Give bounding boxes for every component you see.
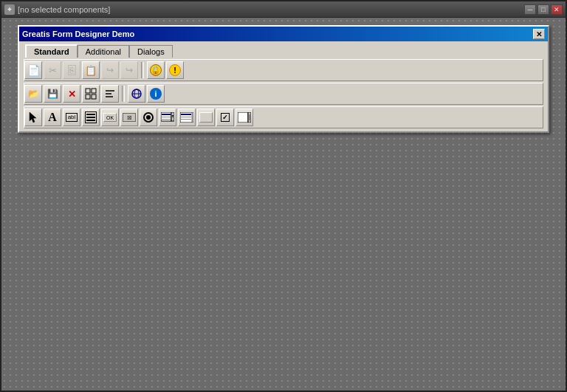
- svg-rect-3: [92, 94, 96, 99]
- close-window-button[interactable]: ✕: [551, 4, 563, 15]
- toolbar-row-1: 📄 ✂ ⎘ 📋 ↩: [24, 59, 543, 81]
- listbox-tool-button[interactable]: [178, 109, 196, 126]
- lock-icon: 🔒: [150, 64, 162, 76]
- open-button[interactable]: 📂: [24, 85, 42, 103]
- memo-icon: [85, 111, 97, 123]
- redo-icon: ↪: [126, 65, 133, 75]
- memo-tool-button[interactable]: [82, 109, 100, 126]
- redo-button[interactable]: ↪: [120, 61, 138, 79]
- align-button[interactable]: [101, 85, 119, 103]
- outer-window-controls: ─ □ ✕: [524, 4, 563, 15]
- pointer-icon: [28, 111, 38, 123]
- cut-icon: ✂: [49, 65, 57, 76]
- delete-button[interactable]: ✕: [63, 85, 80, 103]
- warning-icon: !: [169, 64, 181, 76]
- svg-rect-2: [86, 94, 90, 99]
- svg-rect-22: [238, 112, 248, 123]
- button-tool-button[interactable]: OK: [101, 109, 119, 126]
- scrollpanel-tool-button[interactable]: [236, 109, 253, 126]
- info-icon: i: [150, 88, 162, 100]
- textbox-icon: abl: [66, 113, 78, 122]
- info-button[interactable]: i: [147, 85, 165, 103]
- maximize-button[interactable]: □: [537, 4, 549, 15]
- delete-icon: ✕: [68, 89, 76, 100]
- warning-button[interactable]: !: [166, 61, 184, 79]
- checkbox-icon: ✓: [221, 113, 230, 122]
- svg-rect-15: [162, 117, 171, 117]
- combobox-icon: [161, 112, 174, 123]
- paste-button[interactable]: 📋: [82, 61, 100, 79]
- save-icon: 💾: [47, 89, 58, 99]
- cut-button[interactable]: ✂: [44, 61, 61, 79]
- imagebutton-tool-button[interactable]: ⊠: [120, 109, 138, 126]
- tabs-row: Standard Additional Dialogs: [25, 44, 543, 58]
- listbox-icon: [180, 112, 193, 123]
- radiobutton-tool-button[interactable]: [140, 109, 157, 126]
- minimize-button[interactable]: ─: [524, 4, 536, 15]
- tab-dialogs[interactable]: Dialogs: [129, 45, 173, 58]
- outer-titlebar: ✦ [no selected components] ─ □ ✕: [1, 1, 566, 18]
- svg-rect-19: [181, 117, 191, 117]
- align-icon: [104, 88, 116, 100]
- inner-dialog-title: Greatis Form Designer Demo: [22, 30, 134, 38]
- checkbox-tool-button[interactable]: ✓: [216, 109, 234, 126]
- toolbar-row-2: 📂 💾 ✕: [24, 83, 543, 105]
- components-toolbar: A abl: [24, 106, 543, 128]
- pointer-tool-button[interactable]: [24, 109, 42, 126]
- textbox-tool-button[interactable]: abl: [63, 109, 80, 126]
- panel-icon: [199, 112, 213, 123]
- copy-button[interactable]: ⎘: [63, 61, 80, 79]
- svg-rect-24: [249, 114, 250, 120]
- separator-2: [122, 86, 125, 102]
- svg-marker-10: [30, 112, 36, 123]
- new-file-button[interactable]: 📄: [24, 61, 42, 79]
- inner-close-button[interactable]: ✕: [533, 29, 545, 39]
- tab-additional[interactable]: Additional: [78, 45, 129, 58]
- app-icon: ✦: [4, 4, 15, 15]
- globe-button[interactable]: [128, 85, 145, 103]
- svg-rect-14: [162, 114, 171, 115]
- tab-standard[interactable]: Standard: [25, 44, 78, 58]
- outer-window-title: [no selected components]: [18, 5, 521, 14]
- panel-tool-button[interactable]: [197, 109, 215, 126]
- svg-rect-20: [181, 119, 191, 120]
- main-canvas: Greatis Form Designer Demo ✕ Standard Ad…: [1, 18, 566, 391]
- svg-rect-18: [181, 114, 191, 115]
- label-icon: A: [48, 111, 57, 124]
- scrollpanel-icon: [238, 112, 251, 123]
- combobox-tool-button[interactable]: [159, 109, 176, 126]
- radiobutton-icon: [143, 112, 154, 123]
- toolbar-container: Standard Additional Dialogs 📄 ✂: [19, 41, 548, 131]
- inner-titlebar: Greatis Form Designer Demo ✕: [19, 27, 548, 41]
- svg-rect-21: [192, 112, 193, 123]
- label-tool-button[interactable]: A: [44, 109, 61, 126]
- undo-button[interactable]: ↩: [101, 61, 119, 79]
- grid-button[interactable]: [82, 85, 100, 103]
- globe-icon: [131, 88, 142, 100]
- undo-icon: ↩: [106, 65, 114, 75]
- save-button[interactable]: 💾: [44, 85, 61, 103]
- separator-1: [141, 62, 144, 78]
- paste-icon: 📋: [85, 65, 97, 76]
- grid-icon: [85, 88, 97, 100]
- imagebutton-icon: ⊠: [123, 113, 136, 122]
- svg-rect-1: [92, 89, 96, 93]
- inner-dialog: Greatis Form Designer Demo ✕ Standard Ad…: [18, 25, 549, 133]
- copy-icon: ⎘: [68, 65, 76, 75]
- open-icon: 📂: [28, 89, 39, 99]
- outer-window: ✦ [no selected components] ─ □ ✕ Greatis…: [0, 0, 567, 392]
- svg-rect-0: [86, 89, 90, 93]
- button-icon: OK: [103, 113, 117, 122]
- new-file-icon: 📄: [27, 64, 40, 76]
- svg-rect-16: [162, 119, 171, 120]
- lock-button[interactable]: 🔒: [147, 61, 165, 79]
